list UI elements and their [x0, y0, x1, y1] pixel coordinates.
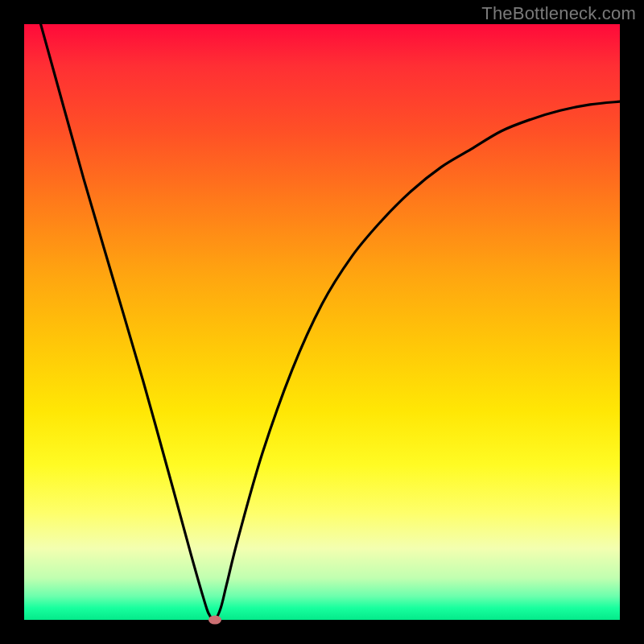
- chart-frame: TheBottleneck.com: [0, 0, 644, 644]
- bottleneck-curve: [24, 24, 620, 620]
- minimum-marker: [208, 616, 221, 625]
- watermark-text: TheBottleneck.com: [481, 3, 636, 24]
- curve-path: [24, 24, 620, 620]
- plot-area: [24, 24, 620, 620]
